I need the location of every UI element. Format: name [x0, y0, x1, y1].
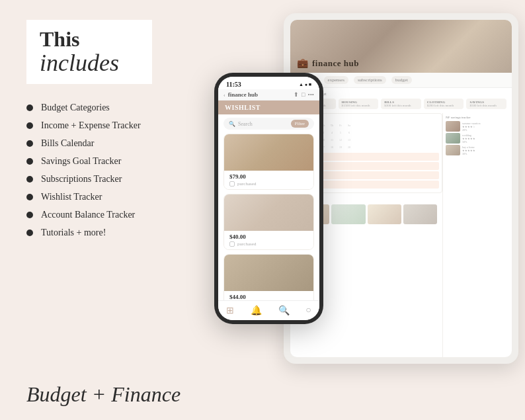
budget-cat-clothing: CLOTHING $200 left this month: [424, 99, 464, 109]
budget-section: this month's budget GROCERIES $400 left …: [290, 88, 512, 113]
wishlist-price-3: $44.00: [229, 294, 308, 300]
phone-time: 11:53: [226, 81, 241, 88]
list-item: Savings Goal Tracker: [26, 156, 192, 167]
phone-section-header: WISHLIST: [218, 101, 319, 114]
search-placeholder: Search: [238, 121, 288, 127]
bullet-icon: [26, 176, 33, 183]
cal-day: 11: [328, 136, 336, 143]
tab-subscriptions[interactable]: subscriptions: [354, 76, 386, 84]
cal-day: 19: [337, 144, 344, 150]
title-box: This includes: [26, 20, 152, 84]
list-item: Wishlist Tracker: [26, 192, 192, 202]
phone-bottom-nav: ⊞ 🔔 🔍 ○: [218, 300, 319, 320]
wishlist-info-2: $40.00 purchased: [224, 231, 313, 249]
cal-day: 13: [345, 136, 353, 143]
back-icon[interactable]: ‹: [223, 92, 225, 98]
wishlist-checkbox-1[interactable]: purchased: [229, 181, 308, 187]
phone-wishlist-item-2: $40.00 purchased: [223, 194, 314, 250]
bullet-icon: [26, 122, 33, 129]
tab-budget[interactable]: budget: [391, 76, 412, 84]
checkbox-icon-1[interactable]: [229, 181, 235, 187]
wishlist-image-3: [224, 255, 313, 291]
budget-categories: GROCERIES $400 left this month HOUSING $…: [296, 99, 506, 109]
bullet-icon: [26, 158, 33, 165]
checkbox-icon-2[interactable]: [229, 241, 235, 247]
search-icon: 🔍: [229, 121, 235, 127]
wishlist-item-2: [331, 204, 365, 224]
cal-day: 18: [328, 144, 336, 150]
phone-status-icons: ▲ ● ■: [299, 82, 311, 87]
savings-thumb-3: [446, 145, 460, 155]
cal-header-thu: Th: [328, 122, 336, 128]
savings-item-3: buy a home ★★★★★ 30%: [446, 145, 509, 155]
savings-thumb-2: [446, 133, 460, 144]
nav-search-icon[interactable]: 🔍: [278, 305, 290, 316]
budget-cat-savings: SAVINGS $500 left this month: [466, 99, 506, 109]
cal-day: 4: [328, 129, 336, 136]
cal-day: 12: [337, 136, 344, 143]
tablet-side-panel: NF savings tracker summer vacation ★★★★☆…: [442, 113, 512, 357]
cal-header-fri: Fr: [337, 122, 344, 128]
savings-tracker-title: NF savings tracker: [446, 116, 509, 119]
cal-day: 5: [337, 129, 344, 136]
checkbox-label-2: purchased: [237, 241, 256, 247]
savings-item-2: wedding ★★★★★ 50%: [446, 133, 509, 144]
list-item: Budget Categories: [26, 103, 192, 113]
bullet-icon: [26, 194, 33, 200]
budget-header: this month's budget: [296, 92, 506, 96]
list-item: Income + Expense Tracker: [26, 120, 192, 131]
wishlist-item-3: [368, 204, 401, 224]
bookmark-icon[interactable]: □: [302, 91, 305, 98]
savings-thumb-1: [446, 121, 460, 132]
wishlist-checkbox-2[interactable]: purchased: [229, 241, 308, 247]
wishlist-info-1: $79.00 purchased: [224, 171, 313, 189]
phone-device: 11:53 ▲ ● ■ ‹ finance hub ⬆ □ ••• WISHLI…: [214, 73, 323, 324]
wishlist-image-2: [224, 194, 313, 231]
tablet-content: August 2023 Su Mo Tu We Th Fr Sa: [290, 113, 512, 357]
list-item: Subscriptions Tracker: [26, 174, 192, 185]
tab-expenses[interactable]: expenses: [324, 76, 348, 84]
bullet-icon: [26, 140, 33, 147]
phone-search-bar[interactable]: 🔍 Search Filter: [223, 118, 314, 130]
title-includes: includes: [40, 51, 139, 75]
phone-status-bar: 11:53 ▲ ● ■: [218, 77, 319, 89]
tablet-hero-overlay: 💼 finance hub: [297, 58, 359, 69]
nav-bell-icon[interactable]: 🔔: [251, 305, 262, 316]
finance-hub-title: finance hub: [312, 58, 359, 69]
wishlist-price-1: $79.00: [229, 173, 308, 180]
phone-screen: 11:53 ▲ ● ■ ‹ finance hub ⬆ □ ••• WISHLI…: [218, 77, 319, 320]
left-panel: This includes Budget Categories Income +…: [0, 0, 212, 420]
wishlist-item-4: [403, 204, 437, 224]
wishlist-price-2: $40.00: [229, 233, 308, 240]
footer-text: Budget + Finance: [26, 376, 192, 407]
filter-button[interactable]: Filter: [291, 120, 309, 128]
phone-nav-icons: ⬆ □ •••: [294, 91, 314, 98]
cal-header-sat: Sa: [345, 122, 353, 128]
phone-wishlist-item-1: $79.00 purchased: [223, 134, 314, 190]
tablet-screen: 💼 finance hub income expenses subscripti…: [290, 20, 512, 357]
wishlist-image-1: [224, 134, 313, 171]
wallet-icon: 💼: [297, 58, 308, 69]
tablet-hero-image: 💼 finance hub: [290, 20, 512, 73]
cal-day: 6: [345, 129, 353, 136]
savings-info-2: wedding ★★★★★ 50%: [462, 134, 475, 144]
bullet-icon: [26, 212, 33, 218]
more-icon[interactable]: •••: [308, 91, 314, 98]
nav-profile-icon[interactable]: ○: [305, 305, 311, 316]
nav-home-icon[interactable]: ⊞: [226, 305, 234, 316]
title-this: This: [40, 28, 139, 51]
tablet-tabs: income expenses subscriptions budget: [290, 73, 512, 88]
savings-item-1: summer vacation ★★★★☆ 20%: [446, 121, 509, 132]
phone-nav-title: finance hub: [228, 91, 294, 98]
checkbox-label-1: purchased: [237, 181, 256, 187]
cal-day: 20: [345, 144, 353, 150]
right-panel: 💼 finance hub income expenses subscripti…: [194, 0, 525, 420]
share-icon[interactable]: ⬆: [294, 91, 299, 98]
list-item: Tutorials + more!: [26, 228, 192, 238]
savings-info-1: summer vacation ★★★★☆ 20%: [462, 122, 480, 132]
phone-nav-bar: ‹ finance hub ⬆ □ •••: [218, 89, 319, 101]
bullet-icon: [26, 230, 33, 236]
list-item: Bills Calendar: [26, 138, 192, 149]
feature-list: Budget Categories Income + Expense Track…: [26, 103, 192, 245]
bullet-icon: [26, 105, 33, 111]
